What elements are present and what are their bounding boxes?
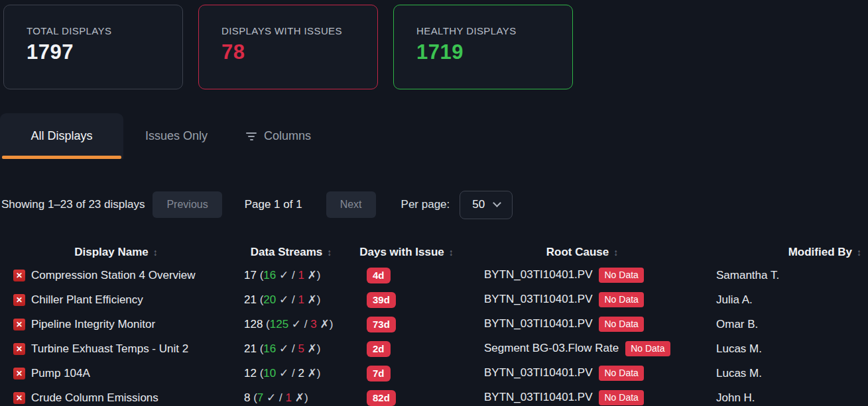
no-data-badge: No Data — [599, 292, 643, 307]
data-streams-cell: 21 (20 ✓ / 1 ✗) — [232, 293, 350, 307]
stat-card-total-displays: TOTAL DISPLAYS 1797 — [3, 5, 183, 89]
stat-value: 78 — [221, 40, 377, 64]
days-badge: 39d — [367, 292, 396, 308]
error-status-icon: ✕ — [13, 368, 25, 380]
stats-cards: TOTAL DISPLAYS 1797 DISPLAYS WITH ISSUES… — [0, 0, 868, 89]
sort-icon: ↕ — [857, 247, 861, 258]
sort-icon: ↕ — [153, 247, 158, 258]
days-badge: 82d — [367, 390, 396, 406]
modified-by-cell: Lucas M. — [702, 367, 868, 380]
stat-label: HEALTHY DISPLAYS — [416, 25, 572, 36]
error-status-icon: ✕ — [13, 319, 25, 330]
display-name: Pump 104A — [31, 367, 90, 380]
days-badge: 4d — [367, 268, 391, 283]
data-streams-cell: 17 (16 ✓ / 1 ✗) — [232, 268, 350, 282]
header-display-name[interactable]: Display Name ↕ — [0, 246, 232, 259]
no-data-badge: No Data — [599, 390, 643, 405]
columns-button[interactable]: Columns — [237, 113, 319, 159]
displays-table: Display Name ↕ Data Streams ↕ Days with … — [0, 242, 868, 406]
no-data-badge: No Data — [625, 341, 670, 356]
stat-card-healthy-displays: HEALTHY DISPLAYS 1719 — [393, 5, 573, 89]
header-days-with-issue[interactable]: Days with Issue ↕ — [350, 246, 463, 259]
table-row: ✕ Pump 104A 12 (10 ✓ / 2 ✗) 7d BYTN_03TI… — [0, 361, 868, 385]
header-modified-by[interactable]: Modified By ↕ — [702, 246, 868, 259]
table-body: ✕ Compression Station 4 Overview 17 (16 … — [0, 263, 868, 406]
header-root-cause[interactable]: Root Cause ↕ — [463, 246, 702, 259]
days-badge: 73d — [367, 317, 396, 332]
root-cause-tag: BYTN_03TI10401.PV — [484, 268, 592, 281]
root-cause-cell: Segment BG-03.Flow Rate No Data — [463, 341, 702, 356]
display-name: Chiller Plant Efficiency — [31, 293, 143, 307]
days-with-issue-cell: 73d — [350, 317, 463, 332]
display-name-cell: ✕ Chiller Plant Efficiency — [0, 293, 232, 307]
data-streams-cell: 8 (7 ✓ / 1 ✗) — [232, 391, 350, 405]
root-cause-tag: Segment BG-03.Flow Rate — [484, 342, 619, 355]
stat-value: 1797 — [27, 40, 182, 64]
modified-by-cell: Julia A. — [702, 293, 868, 307]
root-cause-tag: BYTN_03TI10401.PV — [484, 366, 592, 380]
sort-icon: ↕ — [449, 247, 454, 258]
error-status-icon: ✕ — [13, 392, 25, 404]
stat-value: 1719 — [416, 40, 572, 64]
stat-label: TOTAL DISPLAYS — [27, 25, 182, 36]
next-button[interactable]: Next — [326, 191, 376, 218]
root-cause-cell: BYTN_03TI10401.PV No Data — [463, 366, 702, 381]
previous-button[interactable]: Previous — [153, 191, 221, 218]
table-row: ✕ Compression Station 4 Overview 17 (16 … — [0, 263, 868, 287]
sort-icon: ↕ — [327, 247, 332, 258]
display-name-cell: ✕ Crude Column Emissions — [0, 391, 232, 405]
tab-all-displays[interactable]: All Displays — [0, 113, 123, 159]
days-with-issue-cell: 82d — [350, 390, 463, 406]
days-with-issue-cell: 4d — [350, 268, 463, 283]
days-badge: 2d — [367, 341, 391, 357]
no-data-badge: No Data — [599, 268, 643, 283]
display-name: Compression Station 4 Overview — [31, 269, 196, 282]
display-name: Pipeline Integrity Monitor — [31, 318, 155, 331]
display-name: Crude Column Emissions — [31, 391, 158, 405]
no-data-badge: No Data — [599, 317, 643, 332]
error-status-icon: ✕ — [13, 343, 25, 355]
root-cause-tag: BYTN_03TI10401.PV — [484, 293, 592, 306]
per-page-value: 50 — [472, 198, 485, 211]
root-cause-tag: BYTN_03TI10401.PV — [484, 317, 592, 330]
root-cause-cell: BYTN_03TI10401.PV No Data — [463, 292, 702, 307]
data-streams-cell: 12 (10 ✓ / 2 ✗) — [232, 366, 350, 380]
data-streams-cell: 21 (16 ✓ / 5 ✗) — [232, 342, 350, 356]
table-row: ✕ Pipeline Integrity Monitor 128 (125 ✓ … — [0, 312, 868, 336]
table-row: ✕ Crude Column Emissions 8 (7 ✓ / 1 ✗) 8… — [0, 385, 868, 406]
display-name-cell: ✕ Compression Station 4 Overview — [0, 269, 232, 282]
stat-label: DISPLAYS WITH ISSUES — [221, 25, 377, 36]
pagination-bar: Showing 1–23 of 23 displays Previous Pag… — [0, 189, 868, 220]
chevron-down-icon — [493, 199, 501, 207]
root-cause-cell: BYTN_03TI10401.PV No Data — [463, 390, 702, 405]
display-name-cell: ✕ Pipeline Integrity Monitor — [0, 318, 232, 331]
showing-count: Showing 1–23 of 23 displays — [1, 198, 145, 211]
no-data-badge: No Data — [599, 366, 643, 381]
header-data-streams[interactable]: Data Streams ↕ — [232, 246, 350, 259]
per-page-label: Per page: — [401, 198, 450, 211]
display-name: Turbine Exhuast Temps - Unit 2 — [31, 342, 188, 356]
tab-label: All Displays — [31, 129, 92, 143]
error-status-icon: ✕ — [13, 270, 25, 281]
columns-label: Columns — [264, 129, 311, 143]
data-streams-cell: 128 (125 ✓ / 3 ✗) — [232, 317, 350, 331]
modified-by-cell: John H. — [702, 391, 868, 405]
stat-card-displays-with-issues: DISPLAYS WITH ISSUES 78 — [198, 5, 378, 89]
table-header-row: Display Name ↕ Data Streams ↕ Days with … — [0, 242, 868, 263]
days-with-issue-cell: 7d — [350, 366, 463, 381]
error-status-icon: ✕ — [13, 294, 25, 306]
sort-icon: ↕ — [613, 247, 618, 258]
display-name-cell: ✕ Pump 104A — [0, 367, 232, 380]
root-cause-tag: BYTN_03TI10401.PV — [484, 391, 592, 404]
tab-issues-only[interactable]: Issues Only — [123, 113, 229, 159]
days-with-issue-cell: 39d — [350, 292, 463, 308]
modified-by-cell: Lucas M. — [702, 342, 868, 356]
table-row: ✕ Chiller Plant Efficiency 21 (20 ✓ / 1 … — [0, 287, 868, 312]
tab-bar: All Displays Issues Only Columns — [0, 113, 868, 159]
root-cause-cell: BYTN_03TI10401.PV No Data — [463, 317, 702, 332]
modified-by-cell: Samantha T. — [702, 269, 868, 282]
modified-by-cell: Omar B. — [702, 318, 868, 331]
tab-label: Issues Only — [145, 129, 208, 143]
days-badge: 7d — [367, 366, 391, 381]
per-page-select[interactable]: 50 — [460, 191, 513, 219]
